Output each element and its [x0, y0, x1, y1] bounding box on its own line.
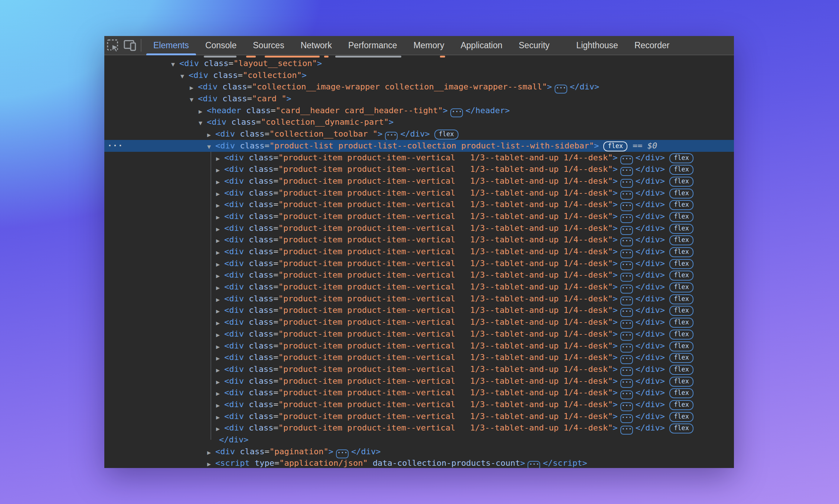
- dom-tree-row[interactable]: ▶<div class="product-item product-item--…: [104, 163, 734, 175]
- flex-badge[interactable]: flex: [669, 388, 693, 398]
- inline-expand-button[interactable]: ···: [620, 367, 633, 376]
- inline-expand-button[interactable]: ···: [620, 402, 633, 411]
- dom-tree-row[interactable]: ▶<div class="product-item product-item--…: [104, 422, 734, 434]
- inline-expand-button[interactable]: ···: [620, 238, 633, 246]
- inline-expand-button[interactable]: ···: [620, 285, 633, 294]
- inline-expand-button[interactable]: ···: [620, 320, 633, 329]
- inline-expand-button[interactable]: ···: [620, 191, 633, 200]
- expand-triangle-icon[interactable]: ▶: [216, 259, 224, 271]
- inline-expand-button[interactable]: ···: [620, 156, 633, 164]
- flex-badge[interactable]: flex: [669, 224, 693, 234]
- expand-triangle-icon[interactable]: ▶: [216, 294, 224, 306]
- flex-badge[interactable]: flex: [669, 330, 693, 340]
- tab-security[interactable]: Security: [510, 36, 558, 55]
- inline-expand-button[interactable]: ···: [620, 344, 633, 353]
- expand-triangle-icon[interactable]: ▶: [216, 247, 224, 259]
- inline-expand-button[interactable]: ···: [620, 273, 633, 282]
- expand-triangle-icon[interactable]: ▶: [216, 412, 224, 423]
- expand-triangle-icon[interactable]: ▶: [190, 82, 198, 94]
- dom-tree-row[interactable]: ···▼<div class="product-list product-lis…: [104, 140, 734, 152]
- dom-tree-row[interactable]: ▶<div class="product-item product-item--…: [104, 387, 734, 399]
- inline-expand-button[interactable]: ···: [620, 261, 633, 270]
- inline-expand-button[interactable]: ···: [620, 355, 633, 364]
- dom-tree-row[interactable]: ▶<div class="product-item product-item--…: [104, 281, 734, 293]
- flex-badge[interactable]: flex: [669, 377, 693, 387]
- inline-expand-button[interactable]: ···: [620, 426, 633, 435]
- flex-badge[interactable]: flex: [669, 365, 693, 375]
- expand-triangle-icon[interactable]: ▶: [216, 388, 224, 400]
- inline-expand-button[interactable]: ···: [620, 167, 633, 176]
- inline-expand-button[interactable]: ···: [620, 297, 633, 305]
- inline-expand-button[interactable]: ···: [450, 108, 463, 117]
- collapse-triangle-icon[interactable]: ▼: [171, 59, 179, 71]
- dom-tree-row[interactable]: ▼<div class="card ">: [104, 93, 734, 105]
- tab-recorder[interactable]: Recorder: [626, 36, 678, 55]
- dom-tree-row[interactable]: ▶<div class="product-item product-item--…: [104, 199, 734, 210]
- inline-expand-button[interactable]: ···: [620, 379, 633, 388]
- expand-triangle-icon[interactable]: ▶: [216, 270, 224, 282]
- dom-tree-row[interactable]: ▶<div class="product-item product-item--…: [104, 210, 734, 222]
- flex-badge[interactable]: flex: [434, 130, 458, 140]
- expand-triangle-icon[interactable]: ▶: [207, 129, 215, 141]
- collapse-triangle-icon[interactable]: ▼: [199, 117, 207, 129]
- collapse-triangle-icon[interactable]: ▼: [190, 94, 198, 106]
- dom-tree-row[interactable]: ▶<div class="product-item product-item--…: [104, 410, 734, 422]
- flex-badge[interactable]: flex: [669, 318, 693, 328]
- expand-triangle-icon[interactable]: ▶: [216, 200, 224, 212]
- expand-triangle-icon[interactable]: ▶: [216, 317, 224, 329]
- tab-console[interactable]: Console: [197, 36, 245, 55]
- flex-badge[interactable]: flex: [669, 259, 693, 269]
- expand-triangle-icon[interactable]: ▶: [216, 305, 224, 317]
- tab-sources[interactable]: Sources: [245, 36, 292, 55]
- dom-tree-row[interactable]: ▶<header class="card__header card__heade…: [104, 105, 734, 117]
- flex-badge[interactable]: flex: [669, 235, 693, 245]
- expand-triangle-icon[interactable]: ▶: [216, 212, 224, 223]
- inline-expand-button[interactable]: ···: [620, 249, 633, 258]
- dom-tree-row[interactable]: ▶<div class="product-item product-item--…: [104, 363, 734, 375]
- dom-tree-row[interactable]: ▶<div class="product-item product-item--…: [104, 399, 734, 410]
- dom-tree-row[interactable]: ▶<script type="application/json" data-co…: [104, 457, 734, 468]
- inline-expand-button[interactable]: ···: [555, 85, 567, 94]
- dom-tree-row[interactable]: ▶<div class="product-item product-item--…: [104, 234, 734, 246]
- tab-elements[interactable]: Elements: [145, 36, 197, 55]
- flex-badge[interactable]: flex: [669, 412, 693, 422]
- flex-badge[interactable]: flex: [669, 400, 693, 410]
- flex-badge[interactable]: flex: [669, 247, 693, 257]
- tab-memory[interactable]: Memory: [405, 36, 453, 55]
- elements-panel[interactable]: ▼<div class="layout__section">▼<div clas…: [104, 55, 734, 468]
- dom-tree-row[interactable]: ▶<div class="product-item product-item--…: [104, 222, 734, 234]
- expand-triangle-icon[interactable]: ▶: [216, 364, 224, 376]
- flex-badge[interactable]: flex: [669, 294, 693, 304]
- dom-tree-row[interactable]: ▶<div class="collection__toolbar ">···</…: [104, 128, 734, 140]
- expand-triangle-icon[interactable]: ▶: [216, 423, 224, 435]
- dom-tree-row[interactable]: ▶<div class="product-item product-item--…: [104, 351, 734, 363]
- dom-tree-row[interactable]: ▶<div class="product-item product-item--…: [104, 187, 734, 199]
- flex-badge[interactable]: flex: [669, 153, 693, 163]
- inline-expand-button[interactable]: ···: [385, 132, 398, 141]
- expand-triangle-icon[interactable]: ▶: [216, 329, 224, 341]
- flex-badge[interactable]: flex: [669, 282, 693, 292]
- dom-tree-row[interactable]: ▶<div class="product-item product-item--…: [104, 258, 734, 269]
- expand-triangle-icon[interactable]: ▶: [216, 188, 224, 200]
- tab-network[interactable]: Network: [293, 36, 340, 55]
- inline-expand-button[interactable]: ···: [620, 202, 633, 211]
- flex-badge[interactable]: flex: [669, 212, 693, 222]
- inline-expand-button[interactable]: ···: [620, 179, 633, 188]
- inline-expand-button[interactable]: ···: [620, 308, 633, 317]
- inline-expand-button[interactable]: ···: [336, 449, 349, 458]
- expand-triangle-icon[interactable]: ▶: [216, 282, 224, 294]
- inline-expand-button[interactable]: ···: [620, 332, 633, 341]
- tab-application[interactable]: Application: [453, 36, 511, 55]
- dom-tree-row[interactable]: </div>: [104, 434, 734, 446]
- dom-tree-row[interactable]: ▶<div class="product-item product-item--…: [104, 375, 734, 387]
- dom-tree-row[interactable]: ▶<div class="product-item product-item--…: [104, 316, 734, 328]
- dom-tree-row[interactable]: ▶<div class="product-item product-item--…: [104, 340, 734, 352]
- collapse-triangle-icon[interactable]: ▼: [180, 71, 189, 82]
- expand-triangle-icon[interactable]: ▶: [216, 176, 224, 188]
- expand-triangle-icon[interactable]: ▶: [207, 458, 215, 468]
- dom-tree-row[interactable]: ▶<div class="product-item product-item--…: [104, 246, 734, 258]
- dom-tree-row[interactable]: ▼<div class="layout__section">: [104, 58, 734, 69]
- flex-badge[interactable]: flex: [669, 423, 693, 433]
- expand-triangle-icon[interactable]: ▶: [216, 341, 224, 353]
- expand-triangle-icon[interactable]: ▶: [216, 153, 224, 165]
